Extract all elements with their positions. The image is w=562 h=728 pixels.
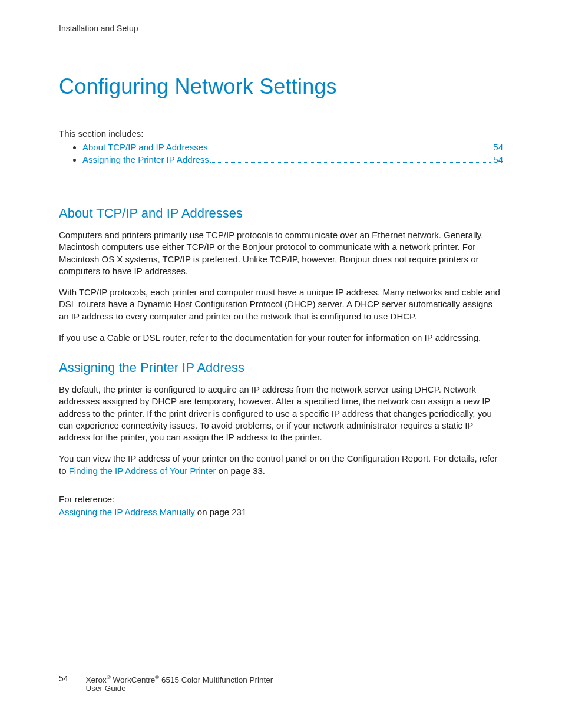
toc-page[interactable]: 54: [493, 142, 503, 152]
body-text: Computers and printers primarily use TCP…: [59, 229, 503, 277]
body-text: With TCP/IP protocols, each printer and …: [59, 286, 503, 322]
toc-item: Assigning the Printer IP Address 54: [82, 154, 503, 164]
page-footer: 54 Xerox® WorkCentre® 6515 Color Multifu…: [59, 674, 503, 693]
link-assign-manual[interactable]: Assigning the IP Address Manually: [59, 507, 195, 517]
toc-list: About TCP/IP and IP Addresses 54 Assigni…: [59, 142, 503, 164]
toc-page[interactable]: 54: [493, 154, 503, 164]
toc-leader: [210, 162, 491, 163]
page-title: Configuring Network Settings: [59, 74, 503, 99]
toc-item: About TCP/IP and IP Addresses 54: [82, 142, 503, 152]
link-find-ip[interactable]: Finding the IP Address of Your Printer: [69, 466, 216, 476]
reference-label: For reference:: [59, 493, 503, 505]
heading-assign: Assigning the Printer IP Address: [59, 360, 503, 375]
footer-page-number: 54: [59, 674, 68, 683]
footer-text: 6515 Color Multifunction Printer: [159, 675, 273, 684]
footer-text: Xerox: [86, 675, 107, 684]
footer-text: User Guide: [86, 684, 126, 693]
reference-line: Assigning the IP Address Manually on pag…: [59, 506, 503, 518]
body-text: If you use a Cable or DSL router, refer …: [59, 332, 503, 344]
heading-about: About TCP/IP and IP Addresses: [59, 206, 503, 221]
body-text-span: on page 231: [195, 507, 247, 517]
toc-link-about[interactable]: About TCP/IP and IP Addresses: [82, 142, 208, 152]
page: Installation and Setup Configuring Netwo…: [0, 0, 562, 728]
toc-leader: [209, 150, 491, 150]
body-text-span: on page 33.: [216, 466, 265, 476]
body-text: By default, the printer is configured to…: [59, 384, 503, 443]
registered-icon: ®: [107, 674, 111, 680]
toc-link-assign[interactable]: Assigning the Printer IP Address: [82, 154, 209, 164]
footer-text: WorkCentre: [111, 675, 156, 684]
footer-product: Xerox® WorkCentre® 6515 Color Multifunct…: [86, 674, 273, 693]
body-text: You can view the IP address of your prin…: [59, 453, 503, 477]
section-intro: This section includes:: [59, 129, 503, 139]
running-header: Installation and Setup: [59, 24, 503, 33]
